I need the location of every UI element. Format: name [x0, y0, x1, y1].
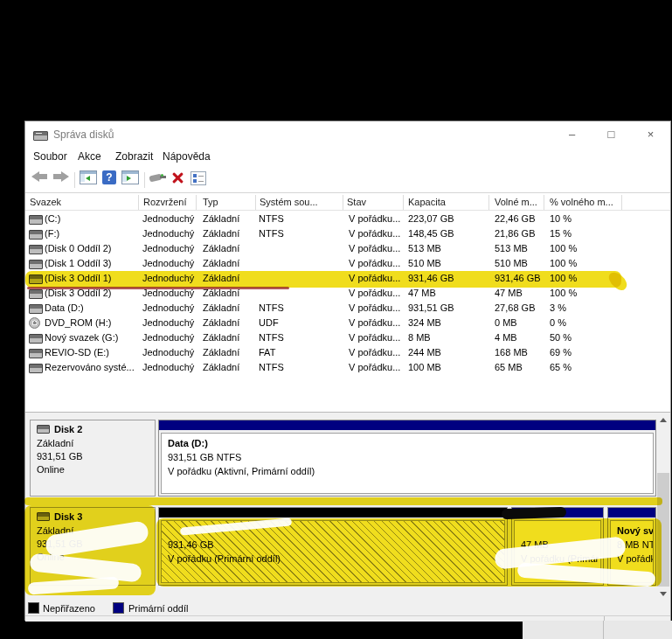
- menu-zobrazit[interactable]: Zobrazit: [115, 150, 153, 163]
- marker-red-underline: [27, 287, 289, 289]
- table-row[interactable]: Nový svazek (G:)JednoduchýZákladníNTFSV …: [25, 330, 672, 345]
- legend-swatch-primary: [113, 602, 124, 614]
- properties-icon[interactable]: [191, 171, 206, 185]
- table-row[interactable]: Data (D:)JednoduchýZákladníNTFSV pořádku…: [25, 301, 672, 316]
- table-row[interactable]: (Disk 0 Oddíl 2)JednoduchýZákladníV pořá…: [25, 241, 672, 256]
- window-title: Správa disků: [53, 128, 114, 141]
- disk2-panel[interactable]: Disk 2 Základní 931,51 GB Online: [30, 420, 156, 497]
- back-icon[interactable]: [31, 171, 48, 183]
- table-row[interactable]: DVD_ROM (H:)JednoduchýZákladníUDFV pořád…: [25, 316, 672, 330]
- legend-label-primary: Primární oddíl: [128, 603, 188, 614]
- maximize-button[interactable]: □: [592, 122, 631, 148]
- close-button[interactable]: ×: [631, 122, 670, 148]
- dvd-drive-icon: [29, 317, 40, 329]
- menu-akce[interactable]: Akce: [78, 150, 101, 163]
- table-row[interactable]: REVIO-SD (E:)JednoduchýZákladníFATV pořá…: [25, 345, 672, 360]
- volume-icon: [29, 334, 43, 344]
- volume-list: Svazek Rozvržení Typ Systém sou... Stav …: [25, 193, 670, 412]
- col-kapacita[interactable]: Kapacita: [408, 197, 446, 207]
- console-tree-icon[interactable]: [80, 170, 97, 184]
- menu-soubor[interactable]: Soubor: [33, 150, 67, 163]
- table-row[interactable]: (F:)JednoduchýZákladníNTFSV pořádku...14…: [25, 226, 672, 241]
- marker-disk3-topline: [24, 497, 662, 505]
- legend-swatch-unallocated: [28, 602, 39, 614]
- menu-napoveda[interactable]: Nápověda: [163, 150, 211, 163]
- legend-bar: Nepřiřazeno Primární oddíl: [25, 601, 670, 615]
- volume-icon: [29, 215, 43, 225]
- minimize-button[interactable]: –: [552, 122, 592, 148]
- forward-icon[interactable]: [52, 171, 69, 183]
- toolbar-separator: [74, 172, 75, 188]
- help-icon[interactable]: ?: [102, 170, 116, 184]
- disk-name: Disk 2: [54, 424, 82, 434]
- marker-row-highlight: [25, 271, 621, 288]
- marker-black-scribble: [502, 507, 566, 520]
- col-svazek[interactable]: Svazek: [30, 197, 61, 207]
- col-stav[interactable]: Stav: [347, 197, 366, 207]
- menu-bar: Soubor Akce Zobrazit Nápověda: [25, 148, 670, 167]
- disk-drive-icon: [33, 129, 47, 140]
- table-header: Svazek Rozvržení Typ Systém sou... Stav …: [25, 195, 670, 211]
- partition-data-d[interactable]: Data (D:) 931,51 GB NTFS V pořádku (Akti…: [158, 420, 656, 497]
- volume-icon: [29, 260, 43, 269]
- delete-icon[interactable]: [171, 171, 184, 184]
- toolbar-separator: [144, 172, 145, 188]
- col-system[interactable]: Systém sou...: [260, 197, 318, 207]
- background-window-corner: [523, 621, 672, 639]
- col-volne[interactable]: Volné m...: [495, 197, 537, 207]
- scroll-up-button[interactable]: [657, 413, 669, 426]
- primary-partition-bar: [608, 508, 655, 517]
- col-rozvrzeni[interactable]: Rozvržení: [143, 197, 187, 207]
- volume-icon: [29, 364, 43, 373]
- table-row[interactable]: Rezervováno systé...JednoduchýZákladníNT…: [25, 360, 672, 375]
- col-pct-volne[interactable]: % volného m...: [550, 197, 613, 207]
- title-bar[interactable]: Správa disků – □ ×: [25, 122, 670, 148]
- volume-icon: [29, 289, 43, 299]
- volume-icon: [29, 230, 43, 240]
- background-window-divider: [603, 621, 604, 639]
- primary-partition-bar: [159, 420, 655, 430]
- table-row[interactable]: (C:)JednoduchýZákladníNTFSV pořádku...22…: [25, 212, 672, 226]
- disk-icon: [37, 425, 50, 434]
- volume-icon: [29, 349, 43, 358]
- screen: Správa disků – □ × Soubor Akce Zobrazit …: [0, 0, 672, 639]
- device-tool-icon[interactable]: [149, 173, 167, 182]
- volume-icon: [29, 245, 43, 254]
- selected-partition-bar: [159, 508, 507, 517]
- toolbar: ?: [25, 167, 670, 193]
- action-pane-icon[interactable]: [121, 170, 139, 184]
- volume-icon: [29, 304, 43, 314]
- scroll-down-button[interactable]: [657, 587, 669, 600]
- table-row[interactable]: (Disk 1 Oddíl 3)JednoduchýZákladníV pořá…: [25, 256, 672, 271]
- legend-label-unallocated: Nepřiřazeno: [43, 603, 95, 614]
- col-typ[interactable]: Typ: [203, 197, 218, 207]
